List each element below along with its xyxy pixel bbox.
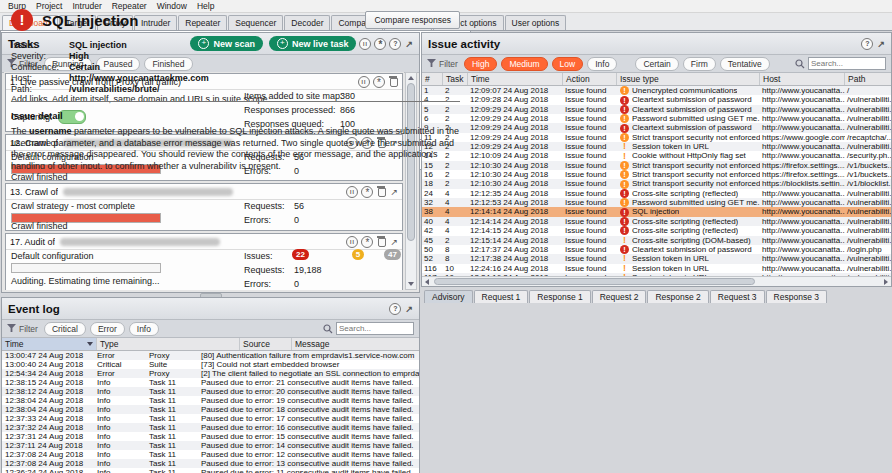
event-log-row[interactable]: 12:38:04 24 Aug 2018 Info Task 11 Paused… bbox=[2, 396, 419, 405]
event-log-row[interactable]: 12:37:08 24 Aug 2018 Info Task 11 Paused… bbox=[2, 450, 419, 459]
issue-activity-help-icon[interactable] bbox=[861, 38, 873, 50]
event-filter-pill[interactable]: Critical bbox=[44, 322, 86, 336]
advisory-tab[interactable]: Request 2 bbox=[592, 290, 647, 303]
scroll-left-arrow[interactable] bbox=[425, 279, 429, 285]
issue-search-input[interactable] bbox=[808, 57, 886, 70]
event-log-row[interactable]: 12:38:12 24 Aug 2018 Info Task 11 Paused… bbox=[2, 387, 419, 396]
cell-time: 12:14:15 24 Aug 2018 bbox=[468, 226, 563, 235]
compare-responses-button[interactable]: Compare responses bbox=[365, 11, 460, 29]
cell-issue-type: Cross-site scripting (DOM-based) bbox=[617, 236, 760, 245]
event-log-row[interactable]: 12:36:24 24 Aug 2018 Info Task 11 Paused… bbox=[2, 468, 419, 473]
issue-row[interactable]: 18 2 12:10:30 24 Aug 2018 Issue found St… bbox=[422, 179, 891, 188]
scrollbar-thumb[interactable] bbox=[434, 278, 755, 285]
event-log-row[interactable]: 12:54:34 24 Aug 2018 Error Proxy [2] The… bbox=[2, 369, 419, 378]
event-log-row[interactable]: 13:00:47 24 Aug 2018 Error Proxy [80] Au… bbox=[2, 351, 419, 360]
event-log-row[interactable]: 12:37:08 24 Aug 2018 Info Task 11 Paused… bbox=[2, 459, 419, 468]
event-log-row[interactable]: 12:37:33 24 Aug 2018 Info Task 11 Paused… bbox=[2, 414, 419, 423]
issue-activity-filter-bar: Filter HighMediumLowInfoCertainFirmTenta… bbox=[422, 55, 891, 73]
event-log-row[interactable]: 12:37:11 24 Aug 2018 Info Task 11 Paused… bbox=[2, 441, 419, 450]
issue-row[interactable]: 116 10 12:24:16 24 Aug 2018 Issue found … bbox=[422, 264, 891, 273]
issue-row[interactable]: 12 2 12:09:29 24 Aug 2018 Issue found Se… bbox=[422, 142, 891, 151]
issue-filter-pill[interactable]: Certain bbox=[635, 57, 678, 71]
issue-row[interactable]: 45 2 12:15:14 24 Aug 2018 Issue found Cr… bbox=[422, 236, 891, 245]
issue-table-hscrollbar[interactable] bbox=[422, 276, 891, 286]
issue-row[interactable]: 15 2 12:10:30 24 Aug 2018 Issue found St… bbox=[422, 161, 891, 170]
issue-filter-pill[interactable]: Info bbox=[587, 57, 617, 71]
medium-issues-badge: 5 bbox=[352, 249, 364, 260]
event-log-help-icon[interactable] bbox=[389, 303, 401, 315]
cell-issue-type: Cross-site scripting (reflected) bbox=[617, 217, 760, 226]
issue-row[interactable]: 14 2 12:10:09 24 Aug 2018 Issue found Co… bbox=[422, 151, 891, 160]
column-header-issue-type[interactable]: Issue type bbox=[617, 73, 760, 85]
event-filter-pill[interactable]: Info bbox=[129, 322, 159, 336]
event-log-filter-bar: Filter CriticalErrorInfo bbox=[2, 320, 419, 338]
task-card-17[interactable]: 17. Audit of Default configuration Audit… bbox=[5, 233, 403, 290]
event-log-expand-icon[interactable] bbox=[405, 304, 413, 314]
advisory-tab[interactable]: Response 3 bbox=[766, 290, 827, 303]
issue-row[interactable]: 5 2 12:09:29 24 Aug 2018 Issue found Cle… bbox=[422, 105, 891, 114]
issue-row[interactable]: 38 4 12:14:14 24 Aug 2018 Issue found SQ… bbox=[422, 207, 891, 216]
task-settings-icon[interactable] bbox=[361, 236, 373, 248]
issue-row[interactable]: 16 2 12:10:30 24 Aug 2018 Issue found St… bbox=[422, 170, 891, 179]
event-log-search-input[interactable] bbox=[336, 322, 414, 335]
cell-host: http://www.youcanatta... bbox=[760, 254, 845, 263]
event-filter-pill[interactable]: Error bbox=[90, 322, 125, 336]
task-pause-icon[interactable] bbox=[346, 236, 358, 248]
advisory-tab[interactable]: Request 3 bbox=[710, 290, 765, 303]
cell-action: Issue found bbox=[563, 189, 617, 198]
column-header-message[interactable]: Message bbox=[292, 338, 419, 350]
event-log-row[interactable]: 12:38:04 24 Aug 2018 Info Task 11 Paused… bbox=[2, 405, 419, 414]
scroll-right-arrow[interactable] bbox=[884, 279, 888, 285]
column-header-time[interactable]: Time bbox=[2, 338, 97, 350]
main-tab[interactable]: User options bbox=[505, 15, 567, 30]
issue-filter-pill[interactable]: Low bbox=[552, 57, 584, 71]
issue-row[interactable]: 50 8 12:17:37 24 Aug 2018 Issue found Cl… bbox=[422, 245, 891, 254]
issue-row[interactable]: 4 2 12:09:28 24 Aug 2018 Issue found Cle… bbox=[422, 95, 891, 104]
cell-host: http://www.youcanatta... bbox=[760, 86, 845, 95]
column-header-source[interactable]: Source bbox=[240, 338, 292, 350]
task-expand-icon[interactable] bbox=[390, 237, 398, 247]
issue-row[interactable]: 9 2 12:09:29 24 Aug 2018 Issue found Cle… bbox=[422, 123, 891, 132]
task-card-13[interactable]: 13. Crawl of Crawl strategy - most compl… bbox=[5, 183, 403, 231]
issue-activity-expand-icon[interactable] bbox=[877, 39, 885, 49]
column-header-time[interactable]: Time bbox=[468, 73, 563, 85]
column-header-path[interactable]: Path bbox=[845, 73, 891, 85]
cell-action: Issue found bbox=[563, 95, 617, 104]
task-delete-icon[interactable] bbox=[378, 188, 386, 197]
cell-time: 12:17:38 24 Aug 2018 bbox=[468, 254, 563, 263]
issue-row[interactable]: 6 2 12:09:29 24 Aug 2018 Issue found Pas… bbox=[422, 114, 891, 123]
task-pause-icon[interactable] bbox=[346, 186, 358, 198]
cell-issue-type: Password submitted using GET me... bbox=[617, 198, 760, 207]
issue-row[interactable]: 40 4 12:14:14 24 Aug 2018 Issue found Cr… bbox=[422, 217, 891, 226]
cell-path: /vulnerabiliti... bbox=[845, 264, 891, 273]
event-log-row[interactable]: 12:37:31 24 Aug 2018 Info Task 11 Paused… bbox=[2, 432, 419, 441]
event-log-filter-label[interactable]: Filter bbox=[7, 324, 38, 334]
column-header-action[interactable]: Action bbox=[563, 73, 617, 85]
column-header-host[interactable]: Host bbox=[760, 73, 845, 85]
issue-row[interactable]: 24 4 12:12:35 24 Aug 2018 Issue found Cr… bbox=[422, 189, 891, 198]
issue-row[interactable]: 1 2 12:09:07 24 Aug 2018 Issue found Une… bbox=[422, 86, 891, 95]
cell-time: 12:09:07 24 Aug 2018 bbox=[468, 86, 563, 95]
scroll-down-arrow[interactable] bbox=[408, 282, 414, 286]
task-settings-icon[interactable] bbox=[361, 186, 373, 198]
task-expand-icon[interactable] bbox=[390, 187, 398, 197]
advisory-tab[interactable]: Advisory bbox=[424, 290, 473, 303]
issue-row[interactable]: 32 4 12:12:53 24 Aug 2018 Issue found Pa… bbox=[422, 198, 891, 207]
issue-filter-pill[interactable]: Medium bbox=[501, 57, 547, 71]
issue-filter-pill[interactable]: Firm bbox=[683, 57, 716, 71]
issue-filter-pill[interactable]: Tentative bbox=[720, 57, 770, 71]
event-log-row[interactable]: 12:37:32 24 Aug 2018 Info Task 11 Paused… bbox=[2, 423, 419, 432]
column-header-type[interactable]: Type bbox=[97, 338, 240, 350]
issue-row[interactable]: 52 8 12:17:38 24 Aug 2018 Issue found Se… bbox=[422, 254, 891, 263]
task-delete-icon[interactable] bbox=[378, 238, 386, 247]
advisory-tab[interactable]: Response 1 bbox=[529, 290, 590, 303]
issue-row[interactable]: 11 2 12:09:29 24 Aug 2018 Issue found St… bbox=[422, 133, 891, 142]
issue-row[interactable]: 42 4 12:14:15 24 Aug 2018 Issue found Cr… bbox=[422, 226, 891, 235]
cell-host: http://www.youcanatta... bbox=[760, 123, 845, 132]
cell-type: Info bbox=[94, 378, 146, 387]
advisory-tab[interactable]: Response 2 bbox=[647, 290, 708, 303]
advisory-tab[interactable]: Request 1 bbox=[474, 290, 529, 303]
event-log-row[interactable]: 13:00:40 24 Aug 2018 Critical Suite [73]… bbox=[2, 360, 419, 369]
event-log-row[interactable]: 12:38:15 24 Aug 2018 Info Task 11 Paused… bbox=[2, 378, 419, 387]
cell-task: 4 bbox=[443, 226, 468, 235]
